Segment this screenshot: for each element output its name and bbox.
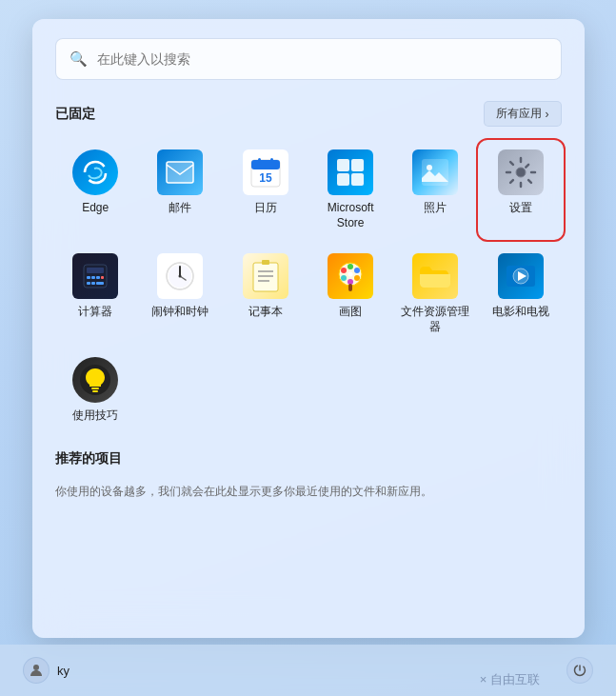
svg-rect-14 <box>87 268 104 273</box>
watermark: × 自由互联 <box>480 671 540 688</box>
store-label: Microsoft Store <box>314 201 387 230</box>
svg-rect-21 <box>96 282 104 285</box>
all-apps-arrow: › <box>546 108 549 121</box>
svg-rect-3 <box>258 158 261 163</box>
svg-text:15: 15 <box>259 171 272 185</box>
svg-rect-46 <box>91 388 99 389</box>
svg-point-26 <box>179 275 182 278</box>
recommended-header: 推荐的项目 <box>55 450 562 467</box>
svg-point-35 <box>348 264 353 269</box>
clock-label: 闹钟和时钟 <box>151 305 209 320</box>
tips-icon <box>72 357 118 403</box>
user-icon <box>23 657 50 684</box>
svg-point-12 <box>516 168 526 177</box>
calculator-icon <box>72 253 118 299</box>
app-notepad[interactable]: 记事本 <box>225 246 306 342</box>
store-icon <box>328 149 373 195</box>
svg-rect-6 <box>337 159 349 171</box>
svg-rect-7 <box>351 159 364 171</box>
app-movies[interactable]: 电影和电视 <box>480 246 561 342</box>
notepad-icon <box>243 253 288 299</box>
app-explorer[interactable]: 文件资源管理器 <box>395 246 476 342</box>
app-paint[interactable]: 画图 <box>310 246 391 342</box>
svg-rect-2 <box>251 160 280 169</box>
clock-icon <box>157 253 203 299</box>
app-photos[interactable]: 照片 <box>395 142 476 238</box>
recommended-desc: 你使用的设备越多，我们就会在此处显示更多你最近使用的文件和新应用。 <box>55 483 562 500</box>
recommended-section: 推荐的项目 你使用的设备越多，我们就会在此处显示更多你最近使用的文件和新应用。 <box>55 450 562 500</box>
svg-rect-28 <box>253 263 278 291</box>
svg-rect-19 <box>87 282 90 285</box>
svg-point-37 <box>354 275 360 281</box>
svg-point-48 <box>33 665 39 670</box>
paint-label: 画图 <box>339 305 362 320</box>
paint-icon <box>328 253 373 299</box>
all-apps-button[interactable]: 所有应用 › <box>484 101 562 127</box>
mail-label: 邮件 <box>169 201 191 216</box>
svg-rect-16 <box>91 276 95 279</box>
calendar-icon: 15 <box>243 149 288 195</box>
search-input[interactable] <box>97 51 547 67</box>
username: ky <box>57 664 70 678</box>
photos-label: 照片 <box>424 201 447 216</box>
mail-icon <box>157 149 203 195</box>
settings-label: 设置 <box>509 201 532 216</box>
all-apps-label: 所有应用 <box>496 106 542 122</box>
explorer-label: 文件资源管理器 <box>399 305 472 334</box>
power-button[interactable] <box>566 657 593 684</box>
edge-label: Edge <box>82 201 109 216</box>
app-calculator[interactable]: 计算器 <box>55 246 136 342</box>
search-bar[interactable]: 🔍 <box>55 38 562 80</box>
svg-rect-17 <box>96 276 100 279</box>
apps-grid: Edge 邮件 15 日历 <box>55 142 562 431</box>
search-icon: 🔍 <box>70 50 88 68</box>
pinned-section-header: 已固定 所有应用 › <box>55 101 562 127</box>
explorer-icon <box>412 253 458 299</box>
svg-point-11 <box>427 165 432 170</box>
app-clock[interactable]: 闹钟和时钟 <box>140 246 221 342</box>
recommended-title: 推荐的项目 <box>55 450 122 467</box>
movies-icon <box>498 253 544 299</box>
app-settings[interactable]: 设置 <box>480 142 561 238</box>
svg-rect-4 <box>270 158 273 163</box>
svg-rect-47 <box>92 390 98 392</box>
app-store[interactable]: Microsoft Store <box>310 142 391 238</box>
taskbar-left: ky <box>23 657 70 684</box>
svg-point-40 <box>348 272 353 277</box>
settings-icon <box>498 149 544 195</box>
svg-rect-18 <box>101 276 104 279</box>
taskbar-right: × 自由互联 <box>566 657 593 684</box>
edge-icon <box>72 149 118 195</box>
pinned-title: 已固定 <box>55 106 95 123</box>
svg-rect-9 <box>351 173 364 186</box>
svg-rect-15 <box>87 276 90 279</box>
tips-label: 使用技巧 <box>72 408 118 424</box>
watermark-text: × 自由互联 <box>480 671 540 688</box>
movies-label: 电影和电视 <box>492 305 549 320</box>
photos-icon <box>412 149 458 195</box>
svg-point-34 <box>341 268 347 273</box>
app-calendar[interactable]: 15 日历 <box>225 142 306 238</box>
notepad-label: 记事本 <box>248 305 283 320</box>
start-menu: 🔍 已固定 所有应用 › Edge <box>32 19 585 638</box>
svg-rect-41 <box>348 284 352 291</box>
svg-rect-20 <box>91 282 95 285</box>
svg-rect-8 <box>337 173 349 186</box>
app-mail[interactable]: 邮件 <box>140 142 221 238</box>
svg-point-36 <box>354 268 360 273</box>
svg-rect-0 <box>167 162 193 183</box>
svg-point-39 <box>341 275 347 281</box>
calendar-label: 日历 <box>254 201 277 216</box>
taskbar: ky × 自由互联 <box>0 645 616 696</box>
calculator-label: 计算器 <box>78 305 112 320</box>
app-tips[interactable]: 使用技巧 <box>55 349 136 431</box>
taskbar-user[interactable]: ky <box>23 657 70 684</box>
app-edge[interactable]: Edge <box>55 142 136 238</box>
svg-rect-32 <box>262 260 269 265</box>
